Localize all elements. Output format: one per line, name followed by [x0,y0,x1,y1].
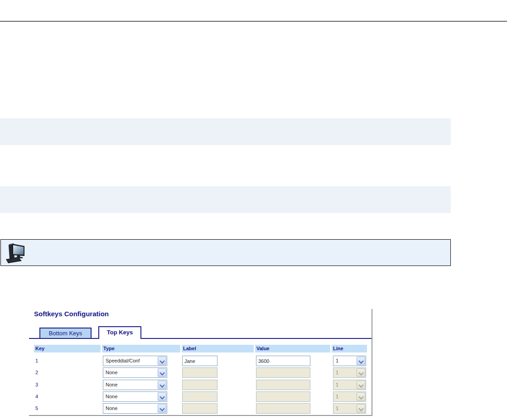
type-select[interactable]: None [103,391,167,402]
chevron-down-icon [159,370,164,375]
computer-icon [5,242,26,264]
line-select-value: 1 [336,382,338,387]
dropdown-arrow-button[interactable] [158,381,166,389]
type-select-value: None [106,382,117,387]
key-number: 1 [35,358,38,363]
column-header-key: Key [34,345,101,352]
chevron-down-icon [159,406,164,411]
column-header-line: Line [332,345,367,352]
label-input[interactable] [182,356,217,366]
value-input[interactable] [256,356,310,366]
key-number: 4 [35,394,38,399]
document-page: Softkeys Configuration Bottom Keys Top K… [0,0,507,420]
dropdown-arrow-button[interactable] [158,368,166,377]
type-select-value: None [106,406,117,411]
dropdown-arrow-button[interactable] [158,404,166,413]
line-select-value: 1 [336,370,338,375]
dropdown-arrow-button [357,368,365,377]
column-header-value: Value [255,345,330,352]
key-number: 3 [35,382,38,387]
note-box [0,239,451,266]
chevron-down-icon [159,394,164,399]
line-select-value: 1 [336,406,338,411]
dropdown-arrow-button [357,392,365,401]
key-number: 2 [35,370,38,375]
dropdown-arrow-button [357,404,365,413]
label-input [182,403,217,414]
label-input [182,380,217,390]
chevron-down-icon [358,358,363,363]
page-top-rule [0,21,507,22]
line-select[interactable]: 1 [333,356,366,366]
label-input [182,367,217,378]
line-select-value: 1 [336,358,338,363]
type-select[interactable]: None [103,380,167,390]
tab-bottom-keys[interactable]: Bottom Keys [39,328,92,339]
line-select: 1 [333,380,366,390]
dropdown-arrow-button [357,381,365,389]
label-input [182,391,217,402]
dropdown-arrow-button[interactable] [158,392,166,401]
chevron-down-icon [358,406,363,411]
type-select-value: None [106,394,117,399]
line-select-value: 1 [336,394,338,399]
line-select: 1 [333,403,366,414]
table-row: 1 Speeddial/Conf 1 [29,356,372,366]
type-select-value: None [106,370,117,375]
line-select: 1 [333,367,366,378]
chevron-down-icon [358,382,363,387]
table-row: 2 None 1 [29,367,372,378]
line-select: 1 [333,391,366,402]
tab-top-keys[interactable]: Top Keys [98,326,141,339]
table-row: 5 None 1 [29,403,372,414]
value-input [256,380,310,390]
table-row: 4 None 1 [29,391,372,402]
chevron-down-icon [358,394,363,399]
chevron-down-icon [159,382,164,387]
chevron-down-icon [159,358,164,363]
key-number: 5 [35,406,38,411]
dropdown-arrow-button[interactable] [158,357,166,365]
highlight-band-2 [0,186,451,213]
column-header-label: Label [182,345,254,352]
column-header-type: Type [102,345,180,352]
page-title: Softkeys Configuration [34,310,109,318]
value-input [256,403,310,414]
highlight-band-1 [0,118,451,145]
table-row: 3 None 1 [29,380,372,390]
value-input [256,367,310,378]
type-select[interactable]: None [103,403,167,414]
type-select-value: Speeddial/Conf [106,358,140,363]
type-select[interactable]: None [103,367,167,378]
softkeys-configuration-screenshot: Softkeys Configuration Bottom Keys Top K… [29,309,372,416]
chevron-down-icon [358,370,363,375]
value-input [256,391,310,402]
type-select[interactable]: Speeddial/Conf [103,356,167,366]
dropdown-arrow-button[interactable] [357,357,365,365]
